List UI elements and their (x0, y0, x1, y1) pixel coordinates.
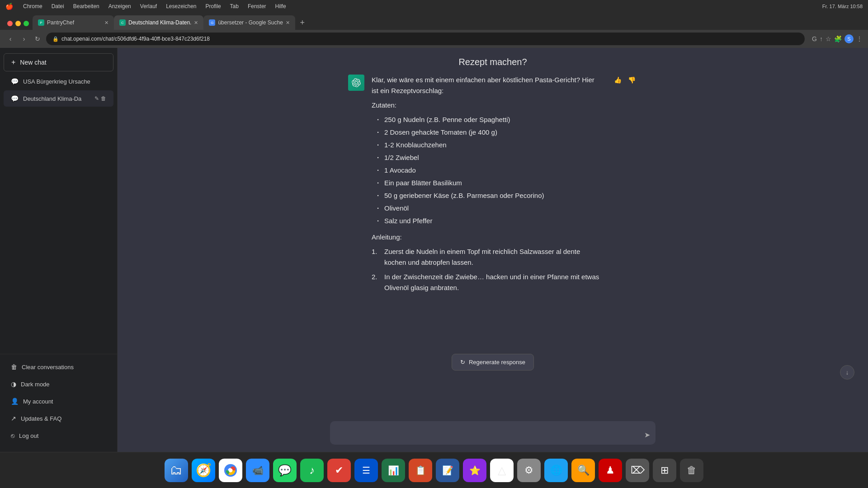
updates-icon: ↗ (11, 415, 16, 422)
send-button[interactable]: ➤ (644, 431, 650, 439)
sidebar-bottom: 🗑 Clear conversations ◑ Dark mode 👤 My a… (0, 354, 117, 448)
chat-icon-2: 💬 (11, 95, 19, 102)
dock-powerpoint[interactable]: 📋 (409, 459, 432, 482)
step-2-text: In der Zwischenzeit die Zwiebe… hacken u… (384, 273, 599, 291)
menu-datei[interactable]: Datei (52, 3, 64, 9)
datetime: Fr. 17. März 10:58 (822, 4, 863, 9)
tab-close-deutschland[interactable]: ✕ (194, 20, 198, 26)
sidebar-top: + New chat 💬 USA Bürgerkrieg Ursache 💬 D… (0, 52, 117, 354)
darkmode-label: Dark mode (21, 381, 50, 388)
chat-area: Rezept machen? Klar, wie wäre es mit ein… (118, 48, 868, 452)
dock-whatsapp[interactable]: 💬 (273, 459, 297, 482)
menu-bearbeiten[interactable]: Bearbeiten (73, 3, 99, 9)
menu-tab[interactable]: Tab (230, 3, 239, 9)
dock-todoist[interactable]: ✔ (327, 459, 351, 482)
new-tab-btn[interactable]: + (295, 15, 310, 30)
conv-actions-2: ✎ 🗑 (94, 95, 106, 102)
menu-profile[interactable]: Profile (206, 3, 221, 9)
dock-safari[interactable]: 🧭 (192, 459, 215, 482)
menu-hilfe[interactable]: Hilfe (275, 3, 286, 9)
ingredient-8: Olivenöl (377, 203, 601, 214)
dock-system-prefs[interactable]: ⚙ (517, 459, 541, 482)
steps-list: 1. Zuerst die Nudeln in einem Topf mit r… (372, 246, 601, 293)
ai-intro-text: Klar, wie wäre es mit einem einfachen ab… (372, 75, 601, 96)
new-chat-label: New chat (20, 59, 46, 66)
delete-icon[interactable]: 🗑 (101, 95, 106, 102)
top-truncated-message: Rezept machen? (330, 57, 656, 75)
dock-launchpad[interactable]: ⌦ (626, 459, 649, 482)
dark-mode-item[interactable]: ◑ Dark mode (4, 376, 113, 392)
conversation-2[interactable]: 💬 Deutschland Klima-Da ✎ 🗑 (4, 90, 113, 107)
dock-chrome[interactable] (219, 459, 242, 482)
bookmark-icon[interactable]: ☆ (826, 35, 831, 42)
dock-drive[interactable]: △ (490, 459, 514, 482)
dock-spotify[interactable]: ♪ (300, 459, 324, 482)
tab-favicon-google: G (209, 19, 215, 26)
maximize-btn[interactable] (24, 21, 29, 26)
conversation-1[interactable]: 💬 USA Bürgerkrieg Ursache (4, 73, 113, 89)
dock-windows[interactable]: ⊞ (653, 459, 676, 482)
lock-icon: 🔒 (52, 36, 59, 42)
logout-item[interactable]: ⎋ Log out (4, 427, 113, 444)
profile-icon[interactable]: S (844, 34, 854, 43)
address-bar[interactable]: 🔒 chat.openai.com/chat/c506dfd6-4f9a-40f… (46, 33, 805, 45)
tab-deutschland[interactable]: C Deutschland Klima-Daten. ✕ (114, 15, 203, 30)
thumbs-down-btn[interactable]: 👎 (626, 75, 637, 85)
thumbs-up-btn[interactable]: 👍 (612, 75, 623, 85)
menu-icon[interactable]: ⋮ (856, 35, 863, 42)
account-label: My account (23, 398, 53, 405)
dock-search[interactable]: 🔍 (571, 459, 595, 482)
account-icon: 👤 (11, 398, 19, 405)
clear-conversations-item[interactable]: 🗑 Clear conversations (4, 359, 113, 375)
dock: 🗂 🧭 📹 💬 ♪ ✔ ☰ 📊 📋 📝 ⭐ △ ⚙ 🌐 🔍 ♟ ⌦ ⊞ 🗑 (0, 452, 868, 488)
tab-pantry[interactable]: P PantryChef ✕ (33, 15, 114, 30)
tab-close-google[interactable]: ✕ (286, 20, 290, 26)
browser-chrome: P PantryChef ✕ C Deutschland Klima-Daten… (0, 13, 868, 48)
dock-app1[interactable]: ♟ (599, 459, 622, 482)
regenerate-popup[interactable]: ↻ Regenerate response (452, 354, 534, 371)
edit-icon[interactable]: ✎ (94, 95, 99, 102)
step-num-1: 1. (372, 246, 377, 257)
ingredient-9: Salz und Pfeffer (377, 216, 601, 226)
input-area: ➤ (312, 416, 674, 452)
scroll-bottom-button[interactable]: ↓ (840, 365, 854, 380)
ingredient-1: 250 g Nudeln (z.B. Penne oder Spaghetti) (377, 114, 601, 125)
ai-message: Klar, wie wäre es mit einem einfachen ab… (330, 75, 656, 299)
tab-close-pantry[interactable]: ✕ (104, 20, 108, 26)
back-btn[interactable]: ‹ (5, 35, 15, 42)
dock-excel[interactable]: 📊 (382, 459, 405, 482)
input-wrapper: ➤ (330, 421, 656, 445)
new-chat-button[interactable]: + New chat (4, 53, 113, 71)
dock-trash[interactable]: 🗑 (680, 459, 703, 482)
minimize-btn[interactable] (15, 21, 21, 26)
dock-trello[interactable]: ☰ (354, 459, 378, 482)
tabs-row: P PantryChef ✕ C Deutschland Klima-Daten… (0, 13, 868, 30)
menu-fenster[interactable]: Fenster (248, 3, 266, 9)
chat-input[interactable] (337, 429, 634, 437)
dock-zoom[interactable]: 📹 (246, 459, 269, 482)
extensions-icon[interactable]: 🧩 (834, 35, 842, 42)
dock-notes2[interactable]: 🌐 (544, 459, 568, 482)
tab-title-deutschland: Deutschland Klima-Daten. (128, 19, 191, 26)
dock-word[interactable]: 📝 (436, 459, 459, 482)
dock-bezel[interactable]: ⭐ (463, 459, 486, 482)
menu-verlauf[interactable]: Verlauf (140, 3, 157, 9)
share-icon[interactable]: ↑ (820, 35, 823, 42)
menu-chrome[interactable]: Chrome (23, 3, 42, 9)
dock-finder[interactable]: 🗂 (165, 459, 188, 482)
menu-anzeigen[interactable]: Anzeigen (108, 3, 131, 9)
my-account-item[interactable]: 👤 My account (4, 393, 113, 409)
messages-container[interactable]: Rezept machen? Klar, wie wäre es mit ein… (118, 48, 868, 416)
forward-btn[interactable]: › (19, 35, 29, 42)
trash-icon: 🗑 (11, 363, 17, 371)
google-icon[interactable]: G (812, 35, 817, 42)
macos-bar: 🍎 Chrome Datei Bearbeiten Anzeigen Verla… (0, 0, 868, 13)
logout-label: Log out (19, 432, 38, 439)
updates-faq-item[interactable]: ↗ Updates & FAQ (4, 410, 113, 427)
close-btn[interactable] (7, 21, 13, 26)
reload-btn[interactable]: ↻ (33, 35, 42, 42)
menu-lesezeichen[interactable]: Lesezeichen (166, 3, 196, 9)
tab-google[interactable]: G übersetzer - Google Suche ✕ (203, 15, 295, 30)
step-2: 2. In der Zwischenzeit die Zwiebe… hacke… (372, 272, 601, 293)
ingredient-7: 50 g geriebener Käse (z.B. Parmesan oder… (377, 190, 601, 201)
